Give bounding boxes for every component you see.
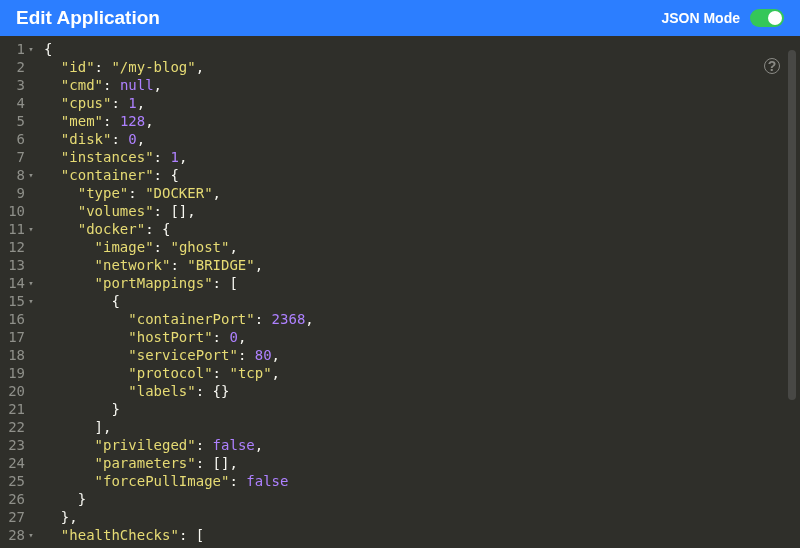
- line-number: 15▾: [6, 292, 34, 310]
- code-line[interactable]: "docker": {: [44, 220, 800, 238]
- fold-icon[interactable]: ▾: [28, 166, 34, 184]
- help-icon[interactable]: ?: [764, 58, 780, 74]
- line-number: 4: [6, 94, 34, 112]
- code-line[interactable]: {: [44, 292, 800, 310]
- code-line[interactable]: }: [44, 490, 800, 508]
- line-number: 19: [6, 364, 34, 382]
- line-number: 3: [6, 76, 34, 94]
- code-line[interactable]: "portMappings": [: [44, 274, 800, 292]
- code-line[interactable]: "servicePort": 80,: [44, 346, 800, 364]
- line-number: 14▾: [6, 274, 34, 292]
- code-line[interactable]: "containerPort": 2368,: [44, 310, 800, 328]
- code-line[interactable]: "image": "ghost",: [44, 238, 800, 256]
- json-mode-label: JSON Mode: [661, 10, 740, 26]
- code-line[interactable]: "disk": 0,: [44, 130, 800, 148]
- fold-icon[interactable]: ▾: [28, 526, 34, 544]
- fold-icon[interactable]: ▾: [28, 220, 34, 238]
- code-line[interactable]: "mem": 128,: [44, 112, 800, 130]
- code-line[interactable]: "privileged": false,: [44, 436, 800, 454]
- line-number: 8▾: [6, 166, 34, 184]
- line-number: 10: [6, 202, 34, 220]
- code-line[interactable]: "id": "/my-blog",: [44, 58, 800, 76]
- line-number: 22: [6, 418, 34, 436]
- line-number: 26: [6, 490, 34, 508]
- line-number: 20: [6, 382, 34, 400]
- line-number: 11▾: [6, 220, 34, 238]
- json-mode-toggle[interactable]: [750, 9, 784, 27]
- code-line[interactable]: "forcePullImage": false: [44, 472, 800, 490]
- code-line[interactable]: "volumes": [],: [44, 202, 800, 220]
- line-number: 28▾: [6, 526, 34, 544]
- json-mode-control: JSON Mode: [661, 9, 784, 27]
- vertical-scrollbar[interactable]: [788, 50, 796, 400]
- line-number: 5: [6, 112, 34, 130]
- code-line[interactable]: "hostPort": 0,: [44, 328, 800, 346]
- line-number: 9: [6, 184, 34, 202]
- line-number: 21: [6, 400, 34, 418]
- code-line[interactable]: "parameters": [],: [44, 454, 800, 472]
- code-line[interactable]: "type": "DOCKER",: [44, 184, 800, 202]
- code-line[interactable]: "network": "BRIDGE",: [44, 256, 800, 274]
- code-line[interactable]: ],: [44, 418, 800, 436]
- app-root: Edit Application JSON Mode 1▾2345678▾910…: [0, 0, 800, 548]
- fold-icon[interactable]: ▾: [28, 274, 34, 292]
- fold-icon[interactable]: ▾: [28, 292, 34, 310]
- line-number: 23: [6, 436, 34, 454]
- code-line[interactable]: },: [44, 508, 800, 526]
- line-number: 16: [6, 310, 34, 328]
- code-line[interactable]: "protocol": "tcp",: [44, 364, 800, 382]
- code-line[interactable]: "healthChecks": [: [44, 526, 800, 544]
- line-number: 2: [6, 58, 34, 76]
- help-icon-glyph: ?: [768, 58, 777, 74]
- line-number: 1▾: [6, 40, 34, 58]
- code-line[interactable]: }: [44, 400, 800, 418]
- line-number: 18: [6, 346, 34, 364]
- header-bar: Edit Application JSON Mode: [0, 0, 800, 36]
- code-line[interactable]: "labels": {}: [44, 382, 800, 400]
- line-number: 27: [6, 508, 34, 526]
- code-line[interactable]: "instances": 1,: [44, 148, 800, 166]
- line-number-gutter: 1▾2345678▾91011▾121314▾15▾16171819202122…: [0, 36, 44, 548]
- line-number: 13: [6, 256, 34, 274]
- code-content[interactable]: { "id": "/my-blog", "cmd": null, "cpus":…: [44, 36, 800, 548]
- line-number: 24: [6, 454, 34, 472]
- line-number: 6: [6, 130, 34, 148]
- code-line[interactable]: "cpus": 1,: [44, 94, 800, 112]
- line-number: 17: [6, 328, 34, 346]
- code-line[interactable]: "cmd": null,: [44, 76, 800, 94]
- code-editor[interactable]: 1▾2345678▾91011▾121314▾15▾16171819202122…: [0, 36, 800, 548]
- line-number: 7: [6, 148, 34, 166]
- page-title: Edit Application: [16, 7, 160, 29]
- line-number: 12: [6, 238, 34, 256]
- code-line[interactable]: {: [44, 40, 800, 58]
- line-number: 25: [6, 472, 34, 490]
- code-line[interactable]: "container": {: [44, 166, 800, 184]
- fold-icon[interactable]: ▾: [28, 40, 34, 58]
- toggle-knob: [768, 11, 782, 25]
